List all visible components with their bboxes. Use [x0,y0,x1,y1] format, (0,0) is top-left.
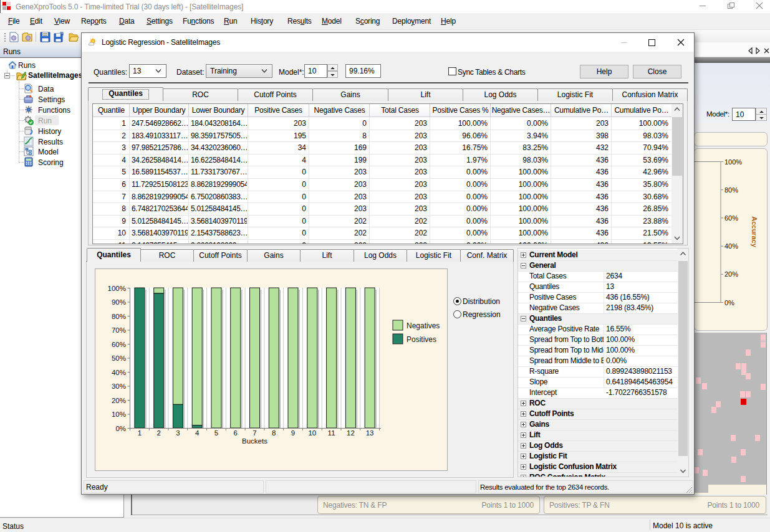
svg-text:3: 3 [176,429,180,437]
svg-text:4: 4 [195,429,200,437]
svg-text:10: 10 [308,429,316,437]
svg-text:9: 9 [291,429,295,437]
svg-text:2: 2 [156,429,160,437]
svg-text:13: 13 [366,429,374,437]
svg-text:80%: 80% [112,313,126,320]
svg-text:70%: 70% [112,326,126,334]
svg-text:60%: 60% [724,214,738,222]
svg-text:1: 1 [138,429,142,437]
svg-text:20%: 20% [724,270,738,278]
svg-text:Buckets: Buckets [242,437,267,445]
svg-text:10%: 10% [112,411,126,418]
svg-text:30%: 30% [112,382,126,390]
svg-text:20%: 20% [112,397,126,404]
svg-text:40%: 40% [724,242,738,250]
svg-text:0%: 0% [724,299,734,306]
svg-text:8: 8 [272,429,276,437]
svg-text:90%: 90% [112,298,126,306]
svg-text:7: 7 [253,429,256,437]
svg-text:Negatives: Negatives [407,321,440,330]
svg-text:60%: 60% [112,341,126,348]
svg-text:40%: 40% [112,369,126,376]
svg-text:100%: 100% [724,158,742,166]
svg-text:5: 5 [214,429,218,437]
svg-text:6: 6 [233,429,237,437]
svg-text:12: 12 [347,429,355,437]
svg-text:80%: 80% [724,186,738,194]
svg-text:11: 11 [328,429,335,437]
svg-text:Accuracy: Accuracy [751,216,758,247]
svg-text:50%: 50% [112,354,126,362]
svg-text:Positives: Positives [407,335,436,344]
svg-text:0%: 0% [115,425,126,432]
svg-text:100%: 100% [108,285,126,292]
